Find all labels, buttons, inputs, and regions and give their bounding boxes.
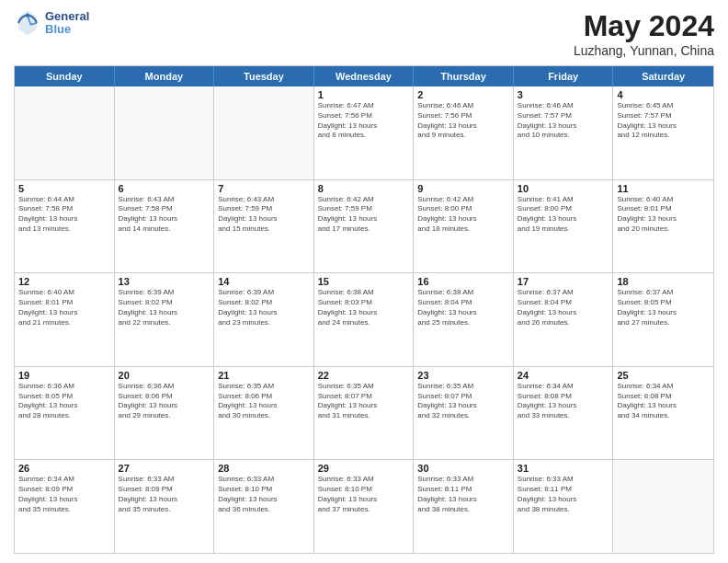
- calendar-day-22: 22Sunrise: 6:35 AMSunset: 8:07 PMDayligh…: [314, 367, 415, 460]
- day-number: 17: [518, 276, 609, 287]
- day-info: Sunrise: 6:47 AMSunset: 7:56 PMDaylight:…: [318, 101, 410, 141]
- calendar-day-17: 17Sunrise: 6:37 AMSunset: 8:04 PMDayligh…: [514, 273, 614, 366]
- calendar-header-day-friday: Friday: [514, 66, 614, 86]
- day-number: 11: [617, 183, 710, 194]
- day-number: 30: [417, 463, 509, 474]
- day-number: 27: [119, 463, 210, 474]
- day-info: Sunrise: 6:35 AMSunset: 8:07 PMDaylight:…: [318, 382, 410, 421]
- calendar: SundayMondayTuesdayWednesdayThursdayFrid…: [14, 65, 714, 554]
- day-number: 23: [417, 370, 509, 381]
- title-block: May 2024 Luzhang, Yunnan, China: [574, 9, 714, 58]
- day-info: Sunrise: 6:46 AMSunset: 7:56 PMDaylight:…: [417, 101, 509, 141]
- calendar-day-2: 2Sunrise: 6:46 AMSunset: 7:56 PMDaylight…: [414, 86, 514, 179]
- day-number: 10: [518, 183, 609, 194]
- day-info: Sunrise: 6:33 AMSunset: 8:10 PMDaylight:…: [318, 475, 410, 514]
- calendar-week-5: 26Sunrise: 6:34 AMSunset: 8:09 PMDayligh…: [15, 460, 713, 553]
- header: General Blue May 2024 Luzhang, Yunnan, C…: [14, 9, 714, 58]
- calendar-day-23: 23Sunrise: 6:35 AMSunset: 8:07 PMDayligh…: [414, 367, 514, 460]
- day-info: Sunrise: 6:43 AMSunset: 7:58 PMDaylight:…: [119, 195, 210, 235]
- day-info: Sunrise: 6:34 AMSunset: 8:08 PMDaylight:…: [617, 382, 710, 421]
- calendar-empty-cell: [15, 86, 115, 179]
- day-info: Sunrise: 6:41 AMSunset: 8:00 PMDaylight:…: [518, 195, 609, 235]
- calendar-day-24: 24Sunrise: 6:34 AMSunset: 8:08 PMDayligh…: [514, 367, 614, 460]
- calendar-week-1: 1Sunrise: 6:47 AMSunset: 7:56 PMDaylight…: [15, 86, 713, 180]
- calendar-day-27: 27Sunrise: 6:33 AMSunset: 8:09 PMDayligh…: [115, 460, 215, 553]
- day-number: 9: [417, 183, 509, 194]
- day-info: Sunrise: 6:36 AMSunset: 8:06 PMDaylight:…: [119, 382, 210, 421]
- calendar-week-3: 12Sunrise: 6:40 AMSunset: 8:01 PMDayligh…: [15, 273, 713, 367]
- calendar-day-8: 8Sunrise: 6:42 AMSunset: 7:59 PMDaylight…: [314, 180, 415, 273]
- logo-line1: General: [45, 10, 89, 23]
- day-info: Sunrise: 6:44 AMSunset: 7:58 PMDaylight:…: [18, 195, 110, 235]
- calendar-day-25: 25Sunrise: 6:34 AMSunset: 8:08 PMDayligh…: [613, 367, 713, 460]
- day-number: 28: [218, 463, 310, 474]
- calendar-day-4: 4Sunrise: 6:45 AMSunset: 7:57 PMDaylight…: [613, 86, 713, 179]
- day-info: Sunrise: 6:40 AMSunset: 8:01 PMDaylight:…: [18, 288, 110, 327]
- day-info: Sunrise: 6:39 AMSunset: 8:02 PMDaylight:…: [218, 288, 310, 327]
- page-subtitle: Luzhang, Yunnan, China: [574, 43, 714, 58]
- calendar-day-16: 16Sunrise: 6:38 AMSunset: 8:04 PMDayligh…: [414, 273, 514, 366]
- day-number: 1: [318, 89, 410, 100]
- day-number: 31: [518, 463, 609, 474]
- calendar-day-30: 30Sunrise: 6:33 AMSunset: 8:11 PMDayligh…: [414, 460, 514, 553]
- calendar-day-5: 5Sunrise: 6:44 AMSunset: 7:58 PMDaylight…: [15, 180, 115, 273]
- calendar-day-20: 20Sunrise: 6:36 AMSunset: 8:06 PMDayligh…: [115, 367, 215, 460]
- calendar-header-day-sunday: Sunday: [15, 66, 115, 86]
- calendar-empty-cell: [214, 86, 314, 179]
- day-info: Sunrise: 6:35 AMSunset: 8:06 PMDaylight:…: [218, 382, 310, 421]
- day-number: 13: [119, 276, 210, 287]
- day-info: Sunrise: 6:37 AMSunset: 8:05 PMDaylight:…: [617, 288, 710, 327]
- calendar-empty-cell: [115, 86, 215, 179]
- day-number: 19: [18, 370, 110, 381]
- day-info: Sunrise: 6:33 AMSunset: 8:11 PMDaylight:…: [417, 475, 509, 514]
- day-number: 4: [617, 89, 710, 100]
- day-info: Sunrise: 6:36 AMSunset: 8:05 PMDaylight:…: [18, 382, 110, 421]
- day-number: 20: [119, 370, 210, 381]
- day-info: Sunrise: 6:38 AMSunset: 8:04 PMDaylight:…: [417, 288, 509, 327]
- day-info: Sunrise: 6:34 AMSunset: 8:08 PMDaylight:…: [518, 382, 609, 421]
- logo: General Blue: [14, 9, 89, 37]
- calendar-day-28: 28Sunrise: 6:33 AMSunset: 8:10 PMDayligh…: [214, 460, 314, 553]
- day-info: Sunrise: 6:45 AMSunset: 7:57 PMDaylight:…: [617, 101, 710, 141]
- day-info: Sunrise: 6:35 AMSunset: 8:07 PMDaylight:…: [417, 382, 509, 421]
- day-number: 18: [617, 276, 710, 287]
- day-info: Sunrise: 6:42 AMSunset: 8:00 PMDaylight:…: [417, 195, 509, 235]
- day-info: Sunrise: 6:38 AMSunset: 8:03 PMDaylight:…: [318, 288, 410, 327]
- calendar-day-3: 3Sunrise: 6:46 AMSunset: 7:57 PMDaylight…: [514, 86, 614, 179]
- calendar-day-6: 6Sunrise: 6:43 AMSunset: 7:58 PMDaylight…: [115, 180, 215, 273]
- calendar-day-7: 7Sunrise: 6:43 AMSunset: 7:59 PMDaylight…: [214, 180, 314, 273]
- calendar-day-19: 19Sunrise: 6:36 AMSunset: 8:05 PMDayligh…: [15, 367, 115, 460]
- calendar-header-day-wednesday: Wednesday: [314, 66, 415, 86]
- calendar-day-13: 13Sunrise: 6:39 AMSunset: 8:02 PMDayligh…: [115, 273, 215, 366]
- day-number: 15: [318, 276, 410, 287]
- day-number: 7: [218, 183, 310, 194]
- calendar-day-31: 31Sunrise: 6:33 AMSunset: 8:11 PMDayligh…: [514, 460, 614, 553]
- logo-icon: [14, 9, 41, 37]
- calendar-body: 1Sunrise: 6:47 AMSunset: 7:56 PMDaylight…: [15, 86, 713, 553]
- day-number: 2: [417, 89, 509, 100]
- day-number: 22: [318, 370, 410, 381]
- calendar-day-14: 14Sunrise: 6:39 AMSunset: 8:02 PMDayligh…: [214, 273, 314, 366]
- day-number: 25: [617, 370, 710, 381]
- day-info: Sunrise: 6:43 AMSunset: 7:59 PMDaylight:…: [218, 195, 310, 235]
- calendar-day-10: 10Sunrise: 6:41 AMSunset: 8:00 PMDayligh…: [514, 180, 614, 273]
- calendar-day-21: 21Sunrise: 6:35 AMSunset: 8:06 PMDayligh…: [214, 367, 314, 460]
- calendar-header-day-thursday: Thursday: [414, 66, 514, 86]
- calendar-week-4: 19Sunrise: 6:36 AMSunset: 8:05 PMDayligh…: [15, 367, 713, 461]
- day-number: 26: [18, 463, 110, 474]
- day-number: 12: [18, 276, 110, 287]
- day-info: Sunrise: 6:40 AMSunset: 8:01 PMDaylight:…: [617, 195, 710, 235]
- day-info: Sunrise: 6:37 AMSunset: 8:04 PMDaylight:…: [518, 288, 609, 327]
- day-number: 3: [518, 89, 609, 100]
- day-number: 8: [318, 183, 410, 194]
- calendar-day-1: 1Sunrise: 6:47 AMSunset: 7:56 PMDaylight…: [314, 86, 415, 179]
- calendar-day-26: 26Sunrise: 6:34 AMSunset: 8:09 PMDayligh…: [15, 460, 115, 553]
- calendar-header-day-saturday: Saturday: [613, 66, 713, 86]
- calendar-day-18: 18Sunrise: 6:37 AMSunset: 8:05 PMDayligh…: [613, 273, 713, 366]
- calendar-header-day-tuesday: Tuesday: [214, 66, 314, 86]
- day-info: Sunrise: 6:34 AMSunset: 8:09 PMDaylight:…: [18, 475, 110, 514]
- day-info: Sunrise: 6:42 AMSunset: 7:59 PMDaylight:…: [318, 195, 410, 235]
- calendar-header-day-monday: Monday: [115, 66, 215, 86]
- page-title: May 2024: [574, 9, 714, 43]
- calendar-day-9: 9Sunrise: 6:42 AMSunset: 8:00 PMDaylight…: [414, 180, 514, 273]
